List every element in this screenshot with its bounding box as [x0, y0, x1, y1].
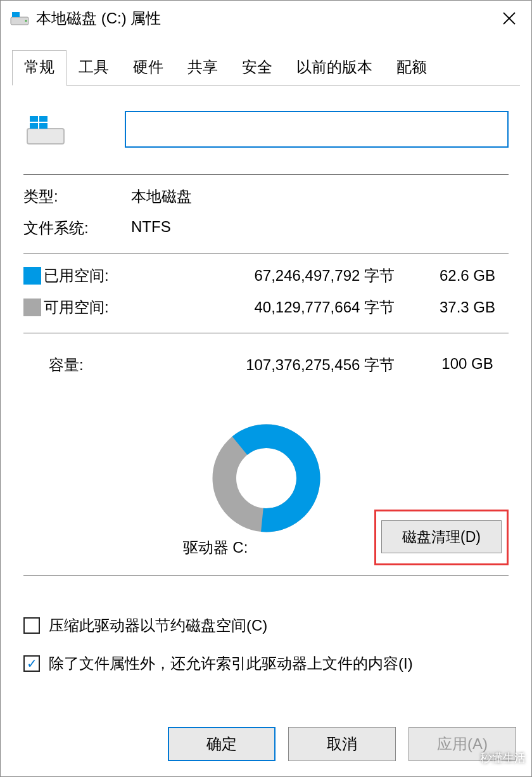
ok-button[interactable]: 确定: [168, 727, 276, 761]
tab-quota[interactable]: 配额: [384, 50, 439, 85]
svg-point-2: [25, 20, 27, 22]
free-space-bytes: 40,129,777,664 字节: [139, 297, 426, 318]
index-checkbox[interactable]: [23, 655, 40, 672]
tab-hardware[interactable]: 硬件: [121, 50, 175, 85]
compress-label: 压缩此驱动器以节约磁盘空间(C): [49, 615, 267, 636]
capacity-gb: 100 GB: [426, 355, 509, 375]
free-space-swatch: [23, 299, 41, 316]
used-space-gb: 62.6 GB: [426, 267, 509, 285]
type-label: 类型:: [23, 186, 131, 207]
divider: [23, 333, 509, 333]
compress-checkbox-row[interactable]: 压缩此驱动器以节约磁盘空间(C): [23, 615, 509, 636]
capacity-bytes: 107,376,275,456 字节: [139, 355, 426, 375]
dialog-buttons: 确定 取消 应用(A): [1, 714, 531, 776]
cleanup-highlight: 磁盘清理(D): [374, 510, 509, 565]
type-value: 本地磁盘: [131, 186, 509, 207]
free-space-label: 可用空间:: [44, 297, 139, 318]
filesystem-label: 文件系统:: [23, 218, 131, 238]
compress-checkbox[interactable]: [23, 617, 40, 634]
tab-security[interactable]: 安全: [230, 50, 284, 85]
tab-strip: 常规 工具 硬件 共享 安全 以前的版本 配额: [12, 50, 520, 86]
disk-cleanup-button[interactable]: 磁盘清理(D): [381, 520, 502, 553]
tab-sharing[interactable]: 共享: [175, 50, 230, 85]
tab-general[interactable]: 常规: [12, 50, 66, 86]
drive-label: 驱动器 C:: [183, 537, 248, 558]
drive-label-row: 驱动器 C: 磁盘清理(D): [23, 537, 509, 558]
space-section: 已用空间: 67,246,497,792 字节 62.6 GB 可用空间: 40…: [23, 266, 509, 318]
drive-icon: [10, 8, 30, 29]
svg-rect-8: [30, 122, 48, 123]
index-checkbox-row[interactable]: 除了文件属性外，还允许索引此驱动器上文件的内容(I): [23, 653, 509, 674]
tab-content: 类型: 本地磁盘 文件系统: NTFS 已用空间: 67,246,497,792…: [1, 86, 531, 714]
tab-previous-versions[interactable]: 以前的版本: [284, 50, 384, 85]
drive-name-input[interactable]: [125, 111, 509, 148]
watermark: 秒懂生活: [480, 750, 526, 766]
used-space-swatch: [23, 267, 41, 285]
drive-icon-large: [23, 107, 68, 151]
svg-rect-5: [27, 129, 64, 144]
usage-donut-chart: [211, 423, 322, 534]
drive-name-row: [23, 107, 509, 151]
used-space-label: 已用空间:: [44, 266, 139, 286]
divider: [23, 174, 509, 175]
free-space-gb: 37.3 GB: [426, 299, 509, 316]
window-title: 本地磁盘 (C:) 属性: [36, 8, 161, 29]
info-section: 类型: 本地磁盘 文件系统: NTFS: [23, 186, 509, 238]
capacity-label: 容量:: [23, 355, 139, 375]
capacity-section: 容量: 107,376,275,456 字节 100 GB: [23, 355, 509, 375]
filesystem-value: NTFS: [131, 218, 509, 238]
close-icon: [502, 11, 516, 25]
index-label: 除了文件属性外，还允许索引此驱动器上文件的内容(I): [49, 653, 413, 674]
divider: [23, 575, 509, 576]
properties-dialog: 本地磁盘 (C:) 属性 常规 工具 硬件 共享 安全 以前的版本 配额 类型:…: [0, 0, 532, 777]
svg-rect-1: [12, 12, 20, 17]
close-button[interactable]: [487, 1, 531, 36]
used-space-bytes: 67,246,497,792 字节: [139, 266, 426, 286]
divider: [23, 254, 509, 254]
titlebar: 本地磁盘 (C:) 属性: [1, 1, 531, 36]
tab-tools[interactable]: 工具: [66, 50, 121, 85]
cancel-button[interactable]: 取消: [288, 727, 396, 761]
